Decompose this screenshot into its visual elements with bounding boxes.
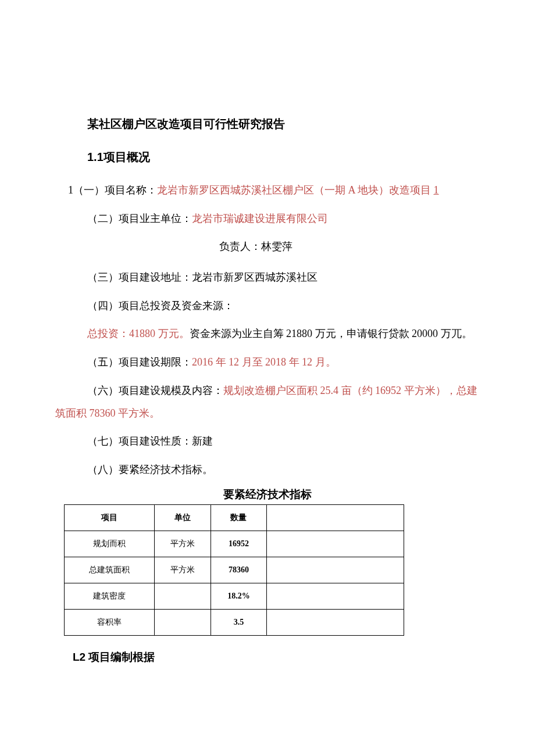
invest-label-line: （四）项目总投资及资金来源： <box>55 295 480 317</box>
table-cell: 容积率 <box>65 609 155 635</box>
table-cell: 总建筑面积 <box>65 557 155 583</box>
scale-line: （六）项目建设规模及内容：规划改造棚户区面积 25.4 亩（约 16952 平方… <box>55 379 480 424</box>
period-label: （五）项目建设期限： <box>87 356 192 368</box>
period-line: （五）项目建设期限：2016 年 12 月至 2018 年 12 月。 <box>55 351 480 374</box>
table-header-cell <box>267 504 404 531</box>
table-title: 要紧经济技术指标 <box>55 487 480 502</box>
table-cell: 16952 <box>211 531 267 557</box>
owner-label: （二）项目业主单位： <box>87 213 192 224</box>
table-row: 规划而积 平方米 16952 <box>65 531 404 557</box>
address-line: （三）项目建设地址：龙岩市新罗区西城苏溪社区 <box>55 266 480 289</box>
invest-total-value: 41880 万元。 <box>129 328 190 339</box>
table-header-cell: 单位 <box>154 504 211 531</box>
invest-total-label: 总投资： <box>87 328 129 339</box>
owner-line: （二）项目业主单位：龙岩市瑞诚建设进展有限公司 <box>55 207 480 230</box>
responsible-label: 负责人： <box>219 241 261 252</box>
table-cell <box>267 557 404 583</box>
table-cell: 18.2% <box>211 583 267 609</box>
nature-label: （七）项目建设性质： <box>87 435 192 447</box>
table-row: 总建筑面积 平方米 78360 <box>65 557 404 583</box>
section-heading-l2: L2 项目编制根据 <box>73 650 480 665</box>
project-name-suffix: 1 <box>434 184 439 196</box>
project-name-line: 1（一）项目名称：龙岩市新罗区西城苏溪社区棚户区（一期 A 地块）改造项目 1 <box>55 179 480 202</box>
invest-rest: 资金来源为业主自筹 21880 万元，申请银行贷款 20000 万兀。 <box>190 328 472 339</box>
scale-label: （六）项目建设规模及内容： <box>87 385 223 396</box>
table-cell: 3.5 <box>211 609 267 635</box>
owner-value: 龙岩市瑞诚建设进展有限公司 <box>192 213 328 224</box>
project-name-label: 1（一）项目名称： <box>68 184 157 196</box>
table-cell: 78360 <box>211 557 267 583</box>
responsible-value: 林雯萍 <box>261 241 293 252</box>
table-cell <box>154 583 211 609</box>
period-value: 2016 年 12 月至 2018 年 12 月。 <box>192 356 336 368</box>
invest-label: （四）项目总投资及资金来源： <box>87 300 234 311</box>
table-header-cell: 项目 <box>65 504 155 531</box>
section-heading-1-1: 1.1项目概况 <box>87 149 480 165</box>
table-cell <box>267 583 404 609</box>
invest-detail-line: 总投资：41880 万元。资金来源为业主自筹 21880 万元，申请银行贷款 2… <box>55 323 480 345</box>
nature-line: （七）项目建设性质：新建 <box>55 430 480 453</box>
table-cell <box>267 609 404 635</box>
project-name-value: 龙岩市新罗区西城苏溪社区棚户区（一期 A 地块）改造项目 <box>157 184 434 196</box>
address-value: 龙岩市新罗区西城苏溪社区 <box>192 271 318 283</box>
table-header-row: 项目 单位 数量 <box>65 504 404 531</box>
tech-index-label-line: （八）要紧经济技术指标。 <box>55 458 480 481</box>
table-row: 容积率 3.5 <box>65 609 404 635</box>
table-cell: 建筑密度 <box>65 583 155 609</box>
nature-value: 新建 <box>192 435 213 447</box>
table-cell: 规划而积 <box>65 531 155 557</box>
address-label: （三）项目建设地址： <box>87 271 192 283</box>
table-row: 建筑密度 18.2% <box>65 583 404 609</box>
tech-index-label: （八）要紧经济技术指标。 <box>87 464 213 475</box>
table-header-cell: 数量 <box>211 504 267 531</box>
table-cell: 平方米 <box>154 557 211 583</box>
table-cell: 平方米 <box>154 531 211 557</box>
responsible-line: 负责人：林雯萍 <box>32 235 480 258</box>
table-cell <box>267 531 404 557</box>
table-cell <box>154 609 211 635</box>
document-title: 某社区棚户区改造项目可行性研究报告 <box>87 116 480 132</box>
tech-index-table: 项目 单位 数量 规划而积 平方米 16952 总建筑面积 平方米 78360 … <box>64 504 404 636</box>
